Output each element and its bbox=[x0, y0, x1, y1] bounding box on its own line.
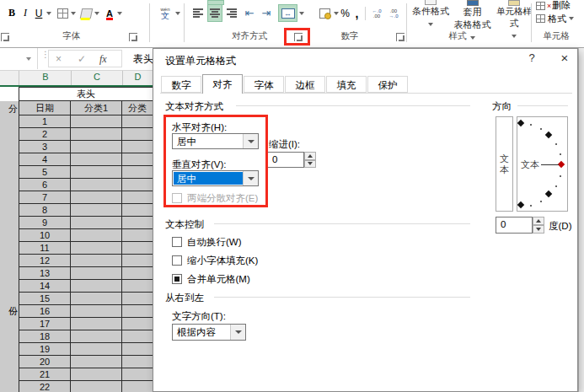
table-cell[interactable] bbox=[122, 318, 153, 330]
header-cell-cat1[interactable]: 分类1 bbox=[71, 101, 122, 115]
table-cell[interactable]: 17 bbox=[19, 318, 71, 330]
table-row[interactable]: 20 bbox=[19, 356, 153, 368]
table-cell[interactable]: 14 bbox=[19, 280, 71, 292]
spinner-up-icon[interactable] bbox=[304, 152, 316, 160]
header-cell-date[interactable]: 日期 bbox=[19, 101, 71, 115]
table-cell[interactable] bbox=[122, 128, 153, 140]
increase-indent-button[interactable]: ⇥ bbox=[259, 4, 274, 22]
table-cell[interactable] bbox=[71, 255, 122, 266]
table-cell[interactable] bbox=[122, 305, 153, 317]
close-button[interactable]: × bbox=[552, 51, 577, 67]
table-cell[interactable] bbox=[122, 217, 153, 228]
table-cell[interactable] bbox=[122, 368, 153, 380]
table-cell[interactable] bbox=[71, 166, 122, 178]
indent-stepper[interactable] bbox=[304, 152, 316, 168]
table-cell[interactable]: 15 bbox=[19, 293, 71, 304]
table-cell[interactable]: 7 bbox=[19, 191, 71, 203]
alignment-dialog-launcher[interactable] bbox=[294, 33, 303, 41]
table-cell[interactable] bbox=[71, 267, 122, 279]
table-cell[interactable] bbox=[122, 166, 153, 178]
degrees-input[interactable]: 0 bbox=[496, 217, 533, 234]
table-cell[interactable] bbox=[71, 204, 122, 216]
table-cell[interactable] bbox=[122, 267, 153, 279]
tab-font[interactable]: 字体 bbox=[244, 76, 284, 93]
table-cell[interactable]: 18 bbox=[19, 330, 71, 342]
accounting-format-button[interactable] bbox=[318, 4, 332, 22]
tab-protection[interactable]: 保护 bbox=[367, 76, 408, 93]
table-cell[interactable] bbox=[71, 115, 122, 127]
clipboard-dialog-launcher[interactable] bbox=[1, 33, 9, 41]
table-cell[interactable]: 1 bbox=[19, 115, 71, 127]
decrease-decimal-button[interactable]: .00 →.0 bbox=[386, 4, 401, 22]
table-cell[interactable] bbox=[71, 356, 122, 368]
chevron-down-icon[interactable] bbox=[243, 171, 258, 185]
horizontal-align-select[interactable]: 居中 bbox=[172, 133, 259, 149]
table-row[interactable]: 10 bbox=[19, 229, 153, 242]
table-row[interactable]: 14 bbox=[19, 280, 153, 293]
font-dialog-launcher[interactable] bbox=[129, 33, 137, 41]
table-cell[interactable]: 19 bbox=[19, 343, 71, 355]
header-cell-cat2[interactable]: 分类 bbox=[122, 101, 153, 115]
table-cell[interactable] bbox=[71, 141, 122, 153]
table-cell[interactable]: 4 bbox=[19, 153, 71, 165]
name-box-dropdown-icon[interactable] bbox=[26, 57, 31, 61]
shrink-to-fit-checkbox[interactable] bbox=[172, 255, 182, 266]
table-cell[interactable]: 9 bbox=[19, 217, 71, 228]
cell-styles-button[interactable]: 单元格样式 bbox=[493, 0, 535, 42]
tab-number[interactable]: 数字 bbox=[161, 76, 201, 93]
table-cell[interactable]: 16 bbox=[19, 305, 71, 317]
table-cell[interactable]: 11 bbox=[19, 242, 71, 254]
table-row[interactable]: 17 bbox=[19, 318, 153, 330]
spinner-down-icon[interactable] bbox=[533, 225, 544, 234]
table-cell[interactable]: 10 bbox=[19, 229, 71, 241]
table-cell[interactable] bbox=[71, 153, 122, 165]
delete-cells-button[interactable]: × 删除 bbox=[536, 0, 571, 11]
table-row[interactable]: 13 bbox=[19, 267, 153, 280]
table-cell[interactable]: 22 bbox=[19, 381, 71, 392]
underline-dropdown-icon[interactable] bbox=[46, 12, 51, 15]
table-cell[interactable] bbox=[122, 179, 153, 191]
table-row[interactable]: 4 bbox=[19, 153, 153, 166]
table-row[interactable]: 12 bbox=[19, 255, 153, 267]
vertical-align-select[interactable]: 居中 bbox=[172, 170, 259, 186]
help-button[interactable]: ? bbox=[519, 51, 544, 68]
table-cell[interactable]: 21 bbox=[19, 368, 71, 380]
decrease-indent-button[interactable]: ⇤ bbox=[242, 4, 257, 22]
orientation-dial[interactable]: 文本 bbox=[517, 116, 568, 212]
column-header-d[interactable]: D bbox=[123, 72, 153, 82]
phonetic-guide-button[interactable]: wén 文 bbox=[157, 4, 174, 22]
table-cell[interactable] bbox=[122, 356, 153, 368]
indent-input[interactable]: 0 bbox=[267, 152, 304, 168]
table-cell[interactable] bbox=[122, 153, 153, 165]
borders-dropdown-icon[interactable] bbox=[71, 12, 76, 15]
table-cell[interactable] bbox=[71, 318, 122, 330]
merged-title-cell[interactable]: 表头 bbox=[19, 87, 153, 101]
font-color-dropdown-icon[interactable] bbox=[117, 12, 122, 15]
table-cell[interactable]: 12 bbox=[19, 255, 71, 266]
table-row[interactable]: 7 bbox=[19, 191, 153, 204]
font-color-button[interactable]: A bbox=[103, 4, 116, 22]
format-cells-button[interactable]: 格式 bbox=[536, 13, 574, 24]
table-cell[interactable] bbox=[122, 204, 153, 216]
table-row[interactable]: 11 bbox=[19, 242, 153, 255]
table-cell[interactable] bbox=[71, 330, 122, 342]
fill-color-button[interactable] bbox=[79, 4, 94, 22]
align-right-button[interactable] bbox=[224, 4, 239, 22]
align-left-button[interactable] bbox=[190, 4, 206, 22]
table-cell[interactable] bbox=[71, 343, 122, 355]
column-a-sliver[interactable]: 分 份 bbox=[0, 101, 19, 392]
table-cell[interactable]: 2 bbox=[19, 128, 71, 140]
table-row[interactable]: 6 bbox=[19, 179, 153, 191]
table-row[interactable]: 1 bbox=[19, 115, 153, 128]
table-cell[interactable] bbox=[71, 179, 122, 191]
table-cell[interactable] bbox=[71, 217, 122, 228]
table-cell[interactable] bbox=[122, 293, 153, 304]
bold-button[interactable]: B bbox=[5, 4, 19, 22]
table-row[interactable]: 8 bbox=[19, 204, 153, 217]
column-header-c[interactable]: C bbox=[72, 72, 122, 82]
table-cell[interactable] bbox=[71, 128, 122, 140]
table-cell[interactable] bbox=[122, 381, 153, 392]
table-cell[interactable] bbox=[122, 141, 153, 153]
table-row[interactable]: 22 bbox=[19, 381, 153, 392]
spinner-down-icon[interactable] bbox=[304, 160, 316, 169]
